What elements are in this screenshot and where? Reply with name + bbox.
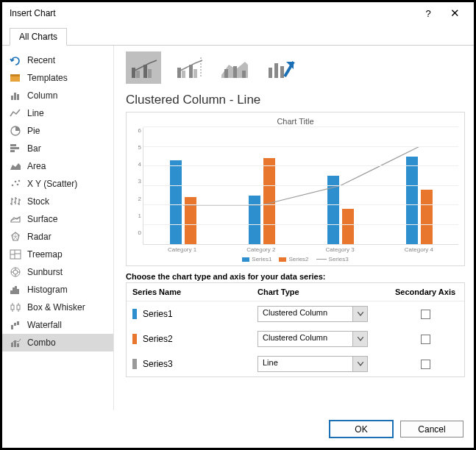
chevron-down-icon	[352, 307, 367, 321]
sidebar-item-templates[interactable]: Templates	[2, 69, 113, 87]
histogram-chart-icon	[10, 284, 21, 296]
svg-rect-25	[11, 325, 13, 329]
sunburst-chart-icon	[10, 266, 21, 278]
sidebar-item-pie[interactable]: Pie	[2, 122, 113, 140]
sidebar-item-scatter[interactable]: X Y (Scatter)	[2, 175, 113, 193]
svg-rect-35	[177, 68, 181, 78]
treemap-chart-icon	[10, 249, 21, 260]
svg-rect-33	[143, 65, 147, 78]
sidebar-item-label: Box & Whisker	[27, 302, 85, 312]
sidebar-item-radar[interactable]: Radar	[2, 228, 113, 246]
svg-rect-6	[10, 144, 16, 146]
sidebar-item-recent[interactable]: Recent	[2, 51, 113, 69]
legend-label: Series3	[329, 256, 349, 262]
sidebar-item-sunburst[interactable]: Sunburst	[2, 263, 113, 281]
chart-type-select[interactable]: Clustered Column	[257, 331, 368, 347]
subtype-stacked-area-column[interactable]	[217, 51, 252, 84]
sidebar-item-label: Radar	[27, 232, 51, 242]
sidebar-item-label: Area	[27, 161, 46, 171]
bar-chart-icon	[10, 143, 21, 154]
area-chart-icon	[10, 160, 21, 172]
chart-legend: Series1 Series2 Series3	[132, 256, 458, 262]
waterfall-chart-icon	[10, 319, 21, 331]
series-name-cell: Series2	[132, 334, 257, 344]
svg-rect-19	[10, 290, 13, 294]
secondary-axis-checkbox[interactable]	[421, 310, 430, 319]
templates-icon	[10, 72, 21, 84]
close-button[interactable]: ✕	[441, 7, 468, 20]
svg-rect-3	[14, 93, 16, 100]
svg-rect-1	[10, 74, 20, 76]
svg-rect-7	[10, 147, 19, 149]
sidebar-item-label: Waterfall	[27, 320, 62, 330]
section-title: Clustered Column - Line	[126, 93, 465, 107]
sidebar-item-boxwhisker[interactable]: Box & Whisker	[2, 299, 113, 316]
chevron-down-icon	[352, 357, 367, 371]
sidebar-item-treemap[interactable]: Treemap	[2, 246, 113, 263]
ok-button[interactable]: OK	[330, 421, 393, 438]
svg-rect-22	[17, 289, 19, 294]
subtype-clustered-column-line[interactable]	[126, 51, 161, 84]
svg-point-10	[15, 181, 17, 183]
line-chart-icon	[10, 107, 21, 119]
sidebar-item-waterfall[interactable]: Waterfall	[2, 316, 113, 334]
subtype-clustered-column-line-secondary[interactable]	[171, 51, 207, 84]
svg-rect-30	[17, 343, 19, 347]
secondary-axis-checkbox[interactable]	[421, 335, 430, 344]
svg-rect-42	[242, 71, 246, 78]
chart-type-select[interactable]: Line	[257, 356, 368, 372]
subtype-custom-combo[interactable]	[263, 51, 298, 84]
cancel-button[interactable]: Cancel	[400, 421, 463, 438]
scatter-chart-icon	[10, 178, 21, 190]
radar-chart-icon	[10, 231, 21, 243]
secondary-axis-checkbox[interactable]	[421, 360, 430, 369]
help-button[interactable]: ?	[415, 8, 441, 19]
sidebar-item-histogram[interactable]: Histogram	[2, 281, 113, 299]
svg-rect-29	[14, 340, 16, 347]
pie-chart-icon	[10, 125, 21, 137]
sidebar-item-label: Bar	[27, 143, 41, 154]
svg-rect-4	[17, 94, 19, 100]
sidebar-item-bar[interactable]: Bar	[2, 140, 113, 157]
svg-rect-32	[136, 71, 140, 78]
chart-type-select[interactable]: Clustered Column	[257, 306, 368, 322]
tab-all-charts[interactable]: All Charts	[10, 28, 67, 46]
chart-plot: 6543210	[132, 127, 458, 245]
series-name-cell: Series1	[132, 309, 257, 319]
sidebar-item-label: Histogram	[27, 285, 68, 295]
chart-title: Chart Title	[132, 117, 458, 126]
svg-rect-20	[13, 288, 15, 294]
svg-rect-27	[17, 321, 19, 325]
sidebar-item-surface[interactable]: Surface	[2, 210, 113, 228]
svg-rect-8	[10, 150, 15, 152]
sidebar-item-area[interactable]: Area	[2, 157, 113, 175]
series-table-header: Series Name Chart Type Secondary Axis	[127, 283, 464, 301]
svg-rect-26	[14, 323, 16, 326]
sidebar-item-combo[interactable]: Combo	[2, 334, 113, 351]
svg-rect-45	[280, 66, 284, 78]
stock-chart-icon	[10, 196, 21, 207]
sidebar-item-label: Stock	[27, 196, 49, 207]
svg-rect-38	[193, 69, 197, 78]
sidebar-item-label: Pie	[27, 126, 40, 136]
column-chart-icon	[10, 90, 21, 101]
col-series-name: Series Name	[132, 288, 257, 296]
combo-chart-icon	[10, 337, 21, 349]
sidebar-item-column[interactable]: Column	[2, 87, 113, 104]
svg-rect-40	[224, 69, 228, 78]
insert-chart-dialog: Insert Chart ? ✕ All Charts Recent Templ…	[0, 0, 476, 450]
combo-subtype-row	[126, 51, 465, 84]
svg-point-9	[12, 185, 14, 187]
series-name-cell: Series3	[132, 359, 257, 369]
sidebar-item-label: Line	[27, 108, 44, 118]
sidebar-item-line[interactable]: Line	[2, 104, 113, 122]
svg-point-12	[18, 180, 21, 182]
svg-point-11	[17, 184, 19, 186]
svg-rect-21	[15, 286, 17, 294]
svg-rect-34	[148, 69, 152, 78]
svg-rect-2	[11, 96, 13, 100]
svg-rect-41	[233, 66, 237, 78]
sidebar-item-stock[interactable]: Stock	[2, 193, 113, 210]
sidebar-item-label: Surface	[27, 214, 57, 224]
chart-preview[interactable]: Chart Title 6543210 Category 1Category 2…	[126, 112, 465, 266]
